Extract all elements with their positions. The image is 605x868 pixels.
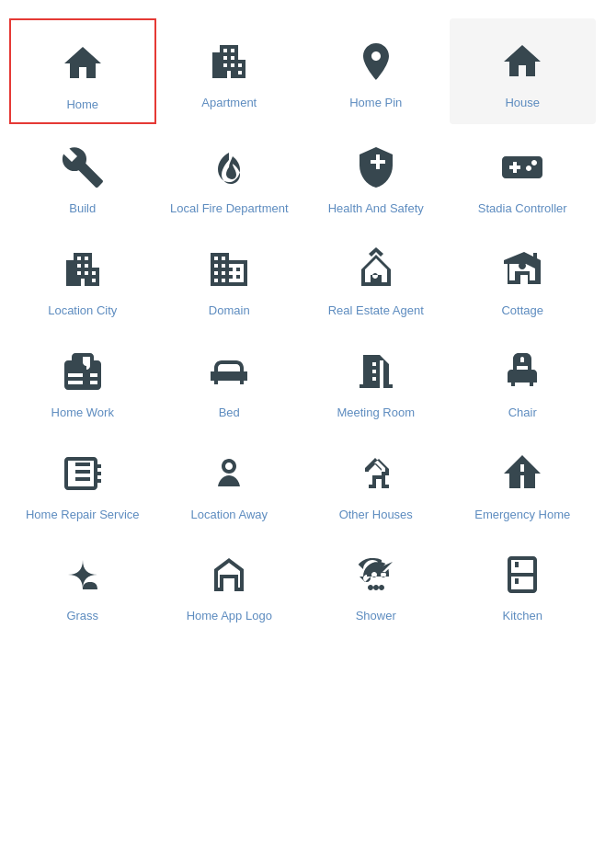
icon-cell-stadia-controller[interactable]: Stadia Controller xyxy=(450,124,597,226)
icon-label-home: Home xyxy=(66,97,98,113)
emergency-home-icon xyxy=(497,449,547,498)
chair-icon xyxy=(497,347,547,396)
icon-cell-cottage[interactable]: Cottage xyxy=(450,226,597,328)
icon-label-domain: Domain xyxy=(209,303,250,319)
icon-cell-build[interactable]: Build xyxy=(9,124,156,226)
real-estate-agent-icon xyxy=(351,245,401,294)
apartment-icon xyxy=(204,37,254,86)
icon-cell-house[interactable]: House xyxy=(450,18,597,124)
icon-label-home-work: Home Work xyxy=(51,405,114,421)
icon-label-emergency-home: Emergency Home xyxy=(474,508,570,523)
home-icon xyxy=(58,39,108,88)
icon-label-kitchen: Kitchen xyxy=(503,609,542,624)
icon-grid: Home Apartment Home Pin House Build Loca… xyxy=(0,0,605,652)
icon-label-real-estate-agent: Real Estate Agent xyxy=(328,303,424,319)
location-city-icon xyxy=(58,245,108,294)
build-icon xyxy=(58,143,108,192)
icon-cell-domain[interactable]: Domain xyxy=(156,226,303,328)
house-icon xyxy=(497,37,547,86)
icon-label-stadia-controller: Stadia Controller xyxy=(478,201,567,217)
icon-label-house: House xyxy=(505,96,540,111)
icon-label-home-app-logo: Home App Logo xyxy=(187,609,272,624)
icon-label-location-away: Location Away xyxy=(190,508,268,523)
cottage-icon xyxy=(497,245,547,294)
icon-cell-home-pin[interactable]: Home Pin xyxy=(302,18,450,124)
health-and-safety-icon xyxy=(351,143,401,192)
icon-label-bed: Bed xyxy=(219,405,240,421)
icon-cell-location-city[interactable]: Location City xyxy=(9,226,156,328)
icon-label-cottage: Cottage xyxy=(501,303,543,319)
icon-cell-local-fire-department[interactable]: Local Fire Department xyxy=(156,124,303,226)
other-houses-icon xyxy=(351,449,401,498)
icon-label-build: Build xyxy=(69,201,96,217)
icon-cell-kitchen[interactable]: Kitchen xyxy=(450,531,597,634)
icon-cell-bed[interactable]: Bed xyxy=(156,328,303,430)
home-app-logo-icon xyxy=(204,550,254,600)
icon-cell-shower[interactable]: Shower xyxy=(302,531,450,634)
icon-cell-home[interactable]: Home xyxy=(9,18,156,124)
icon-cell-emergency-home[interactable]: Emergency Home xyxy=(450,430,597,532)
icon-cell-real-estate-agent[interactable]: Real Estate Agent xyxy=(302,226,450,328)
icon-label-grass: Grass xyxy=(66,609,98,624)
location-away-icon xyxy=(204,449,254,498)
shower-icon xyxy=(351,550,401,600)
meeting-room-icon xyxy=(351,347,401,396)
icon-cell-home-work[interactable]: Home Work xyxy=(9,328,156,430)
icon-cell-meeting-room[interactable]: Meeting Room xyxy=(302,328,450,430)
icon-cell-location-away[interactable]: Location Away xyxy=(156,430,303,532)
icon-cell-chair[interactable]: Chair xyxy=(450,328,597,430)
icon-label-location-city: Location City xyxy=(48,303,117,319)
icon-label-apartment: Apartment xyxy=(201,96,257,111)
icon-cell-health-and-safety[interactable]: Health And Safety xyxy=(302,124,450,226)
icon-label-shower: Shower xyxy=(356,609,396,624)
local-fire-department-icon xyxy=(204,143,254,192)
home-repair-service-icon xyxy=(58,449,108,498)
icon-cell-home-repair-service[interactable]: Home Repair Service xyxy=(9,430,156,532)
icon-cell-other-houses[interactable]: Other Houses xyxy=(302,430,450,532)
icon-label-local-fire-department: Local Fire Department xyxy=(170,201,289,217)
icon-label-chair: Chair xyxy=(508,405,537,421)
icon-cell-home-app-logo[interactable]: Home App Logo xyxy=(156,531,303,634)
icon-label-meeting-room: Meeting Room xyxy=(337,405,415,421)
icon-label-other-houses: Other Houses xyxy=(339,508,413,523)
domain-icon xyxy=(204,245,254,294)
icon-label-home-repair-service: Home Repair Service xyxy=(26,508,140,523)
stadia-controller-icon xyxy=(497,143,547,192)
bed-icon xyxy=(204,347,254,396)
icon-cell-apartment[interactable]: Apartment xyxy=(156,18,303,124)
home-pin-icon xyxy=(351,37,401,86)
kitchen-icon xyxy=(497,550,547,600)
icon-label-health-and-safety: Health And Safety xyxy=(328,201,424,217)
icon-cell-grass[interactable]: Grass xyxy=(9,531,156,634)
home-work-icon xyxy=(58,347,108,396)
icon-label-home-pin: Home Pin xyxy=(349,96,402,111)
grass-icon xyxy=(58,550,108,600)
